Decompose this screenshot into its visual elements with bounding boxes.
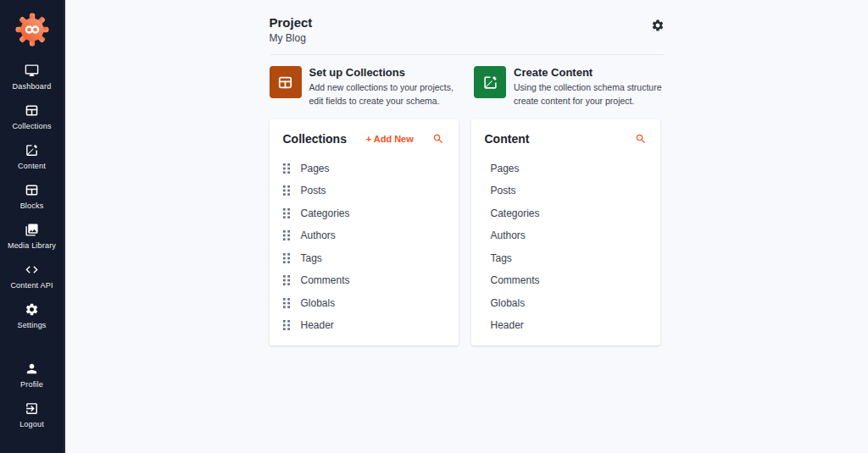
page-title: Project [270,15,313,30]
drag-handle-icon[interactable] [283,298,291,308]
collection-row-categories[interactable]: Categories [270,202,459,225]
card-description: Add new collections to your projects, ed… [309,81,460,108]
table-icon [270,66,302,98]
drag-handle-icon[interactable] [283,275,291,285]
search-icon[interactable] [432,133,444,145]
collection-name: Comments [301,274,350,286]
sidebar-item-label: Dashboard [13,82,52,91]
collections-panel-title: Collections [283,132,347,146]
collection-row-comments[interactable]: Comments [270,269,459,292]
code-icon [25,262,39,277]
infinity-gear-logo[interactable] [14,11,51,48]
sidebar-item-label: Content [18,162,46,170]
card-title: Create Content [514,66,665,79]
content-row-comments[interactable]: Comments [471,269,660,292]
sidebar: Dashboard Collections Content Blocks [0,0,65,453]
content-name: Comments [491,274,540,286]
sidebar-item-blocks[interactable]: Blocks [0,183,64,210]
content-row-pages[interactable]: Pages [471,157,660,180]
drag-handle-icon[interactable] [283,163,291,174]
create-content-card[interactable]: Create Content Using the collection sche… [474,66,665,108]
collection-row-pages[interactable]: Pages [270,157,459,180]
drag-handle-icon[interactable] [283,320,291,330]
collection-row-authors[interactable]: Authors [270,224,459,247]
page-header: Project My Blog [270,15,665,44]
content-name: Header [491,319,524,331]
content-row-globals[interactable]: Globals [471,292,660,315]
drag-handle-icon[interactable] [283,253,291,263]
collection-row-globals[interactable]: Globals [270,292,459,315]
content-name: Pages [491,163,520,174]
sidebar-item-label: Media Library [8,241,56,250]
collections-panel: Collections + Add New Pages [270,119,459,345]
sidebar-item-label: Logout [19,420,44,428]
collection-name: Authors [301,229,336,241]
user-icon [25,362,39,376]
content-panel: Content Pages Posts [471,119,660,345]
table-icon [25,103,39,118]
main-area: Project My Blog Set up Collections Add n… [65,0,868,453]
content-row-categories[interactable]: Categories [471,202,660,225]
header-divider [270,54,665,55]
page-subtitle: My Blog [270,32,313,44]
collection-row-header[interactable]: Header [270,314,459,337]
logout-icon [25,401,39,416]
add-new-button[interactable]: + Add New [366,134,414,144]
card-description: Using the collection schema structure cr… [514,81,665,108]
content-name: Tags [491,252,512,264]
sidebar-item-content[interactable]: Content [0,143,64,170]
content-list: Pages Posts Categories [471,154,660,337]
card-title: Set up Collections [309,66,460,79]
monitor-icon [25,64,39,78]
content-name: Posts [491,185,516,196]
collection-name: Categories [301,207,350,219]
content-row-tags[interactable]: Tags [471,247,660,270]
sidebar-item-collections[interactable]: Collections [0,103,64,130]
collection-row-tags[interactable]: Tags [270,247,459,270]
content-row-posts[interactable]: Posts [471,180,660,202]
collection-name: Header [301,319,334,331]
collection-name: Pages [301,163,330,174]
sidebar-item-label: Settings [17,321,46,329]
collection-row-posts[interactable]: Posts [270,180,459,202]
sidebar-item-label: Content API [10,281,53,290]
sidebar-nav: Dashboard Collections Content Blocks [0,64,64,342]
sidebar-item-content-api[interactable]: Content API [0,262,64,290]
content-name: Authors [491,229,526,241]
sidebar-item-label: Collections [12,122,51,130]
info-cards-row: Set up Collections Add new collections t… [270,66,665,108]
panels-row: Collections + Add New Pages [270,119,665,345]
sidebar-item-label: Profile [20,380,43,389]
project-settings-gear-icon[interactable] [651,19,665,32]
content-row-authors[interactable]: Authors [471,224,660,247]
collection-name: Posts [301,185,326,196]
sidebar-footer: Profile Logout [0,362,64,453]
sidebar-item-dashboard[interactable]: Dashboard [0,64,64,91]
drag-handle-icon[interactable] [283,208,291,218]
content-panel-title: Content [485,132,530,146]
edit-icon [25,143,39,157]
sidebar-item-logout[interactable]: Logout [0,401,64,428]
table-icon [25,183,39,197]
content-name: Categories [491,207,540,219]
sidebar-item-media-library[interactable]: Media Library [0,223,64,250]
content-name: Globals [491,297,526,309]
sidebar-item-profile[interactable]: Profile [0,362,64,389]
content-row-header[interactable]: Header [471,314,660,337]
sidebar-item-label: Blocks [20,202,44,210]
photo-icon [25,223,39,237]
edit-icon [474,66,506,98]
collection-name: Globals [301,297,336,309]
project-title-block: Project My Blog [270,15,313,44]
collections-list: Pages Posts Categories [270,154,459,337]
gear-icon [25,302,39,317]
app-window: Dashboard Collections Content Blocks [0,0,868,453]
drag-handle-icon[interactable] [283,185,291,196]
search-icon[interactable] [635,133,647,145]
sidebar-item-settings[interactable]: Settings [0,302,64,329]
drag-handle-icon[interactable] [283,230,291,240]
collection-name: Tags [301,252,322,264]
setup-collections-card[interactable]: Set up Collections Add new collections t… [270,66,460,108]
